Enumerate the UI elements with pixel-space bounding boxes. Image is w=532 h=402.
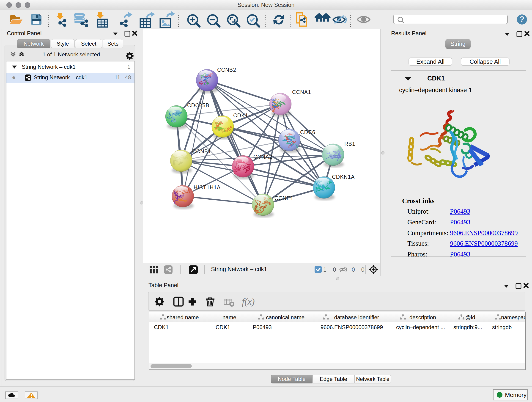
svg-text:CDC6: CDC6: [300, 129, 316, 135]
svg-text:0 – 0: 0 – 0: [352, 266, 365, 273]
svg-text:CCNB2: CCNB2: [217, 67, 236, 73]
svg-text:1 – 0: 1 – 0: [323, 266, 336, 273]
svg-text:CCNA2: CCNA2: [253, 154, 272, 160]
svg-text:CCNA1: CCNA1: [292, 89, 311, 95]
svg-text:RB1: RB1: [344, 141, 355, 147]
svg-text:1 of 1 Network selected: 1 of 1 Network selected: [43, 51, 100, 57]
svg-text:CCNE1: CCNE1: [274, 195, 293, 201]
svg-text:f(x): f(x): [242, 296, 255, 307]
svg-text:CCNB1: CCNB1: [192, 148, 211, 154]
svg-text:HIST1H1A: HIST1H1A: [194, 185, 221, 191]
svg-text:CDKN1A: CDKN1A: [332, 174, 355, 180]
svg-text:CDC25B: CDC25B: [187, 102, 209, 108]
svg-text:CDK1: CDK1: [233, 113, 248, 119]
